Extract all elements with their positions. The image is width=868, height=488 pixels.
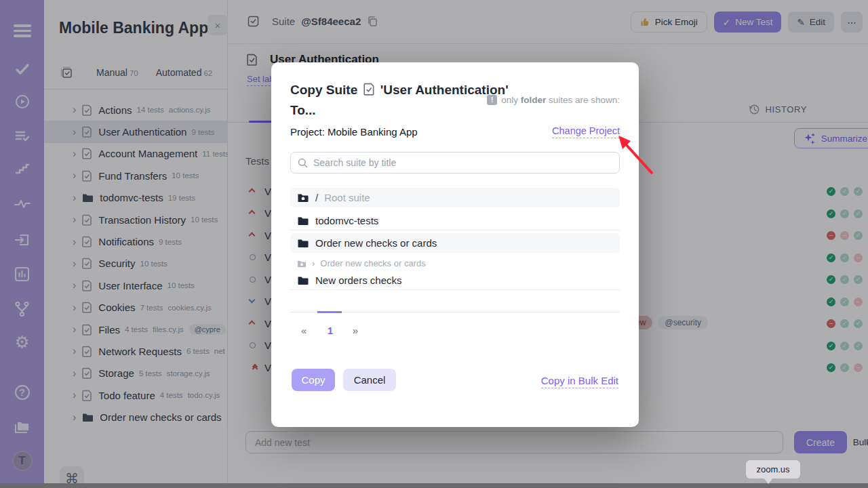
copy-suite-modal: Copy Suite 'User Authentication' To... !… <box>271 62 639 427</box>
cancel-button[interactable]: Cancel <box>343 369 396 391</box>
root-folder-icon <box>297 260 307 268</box>
info-icon: ! <box>487 95 497 105</box>
suite-search-input[interactable] <box>313 157 612 168</box>
breadcrumb: › Order new checks or cards <box>297 258 426 268</box>
suite-doc-icon <box>363 83 375 96</box>
folder-row[interactable]: Order new checks or cards <box>290 233 620 253</box>
page-next-button[interactable]: » <box>353 325 358 336</box>
page-number[interactable]: 1 <box>328 325 333 336</box>
folder-icon <box>297 238 309 248</box>
page-prev-button[interactable]: « <box>301 325 307 336</box>
folder-icon <box>297 216 309 226</box>
modal-note: ! only folder suites are shown: <box>487 95 620 105</box>
folder-icon <box>297 275 309 285</box>
annotation-arrow <box>609 131 663 180</box>
copy-button[interactable]: Copy <box>292 369 335 391</box>
copy-in-bulk-edit-link[interactable]: Copy in Bulk Edit <box>541 375 618 388</box>
project-label: Project: Mobile Banking App <box>290 126 418 138</box>
suite-search[interactable] <box>290 152 620 174</box>
app-screen: ⚙ ? T Mobile Banking App × Manual70 Auto… <box>0 0 868 488</box>
search-icon <box>298 158 308 168</box>
zoom-tooltip: zoom.us <box>746 460 800 479</box>
active-page-indicator <box>317 311 342 313</box>
root-suite-row[interactable]: / Root suite <box>290 188 620 207</box>
folder-row[interactable]: todomvc-tests <box>290 211 620 230</box>
root-folder-icon <box>297 192 309 203</box>
folder-row[interactable]: New orders checks <box>290 270 620 290</box>
